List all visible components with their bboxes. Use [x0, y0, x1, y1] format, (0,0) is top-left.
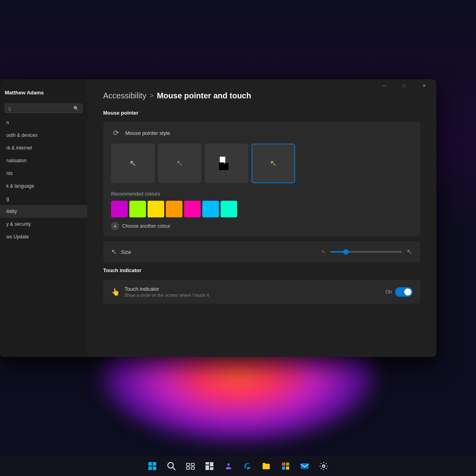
taskbar-start-button[interactable] [144, 458, 160, 474]
search-icon: 🔍 [73, 106, 79, 111]
sidebar-item-windows-update[interactable]: ws Update [0, 230, 87, 243]
sidebar-item-accessibility[interactable]: ibility [0, 205, 87, 218]
settings-window: Matthew Adams 🔍 n ooth & devices rk & in… [0, 79, 436, 357]
taskbar-edge-button[interactable] [240, 458, 255, 474]
swatch-magenta[interactable] [111, 201, 128, 217]
svg-rect-2 [148, 466, 152, 470]
sidebar-item-accounts[interactable]: nts [0, 167, 87, 180]
file-explorer-icon [262, 461, 271, 471]
sidebar-item-gaming[interactable]: g [0, 192, 87, 205]
taskbar-search-icon [167, 461, 176, 471]
widgets-icon [205, 461, 214, 471]
pointer-option-white[interactable]: ↖ [111, 144, 155, 183]
svg-rect-6 [186, 463, 190, 466]
svg-rect-17 [282, 466, 285, 470]
main-content: Accessibility > Mouse pointer and touch … [87, 79, 436, 357]
breadcrumb-parent[interactable]: Accessibility [103, 91, 146, 100]
search-input[interactable] [8, 106, 73, 111]
sidebar: Matthew Adams 🔍 n ooth & devices rk & in… [0, 79, 87, 357]
taskbar-taskview-button[interactable] [182, 458, 198, 474]
pointer-style-options: ↖ ↖ ↖ ↖ [111, 144, 413, 183]
touch-indicator-title: Touch indicator [125, 286, 381, 292]
settings-taskbar-icon [319, 461, 328, 471]
swatch-orange[interactable] [166, 201, 182, 217]
close-button[interactable]: ✕ [415, 79, 433, 92]
sidebar-item-bluetooth[interactable]: ooth & devices [0, 129, 87, 142]
choose-color-label: Choose another colour [122, 223, 170, 229]
svg-rect-7 [191, 463, 194, 466]
mouse-pointer-section-title: Mouse pointer [103, 110, 420, 117]
svg-line-5 [173, 468, 176, 470]
swatch-hotpink[interactable] [184, 201, 201, 217]
breadcrumb: Accessibility > Mouse pointer and touch [103, 91, 420, 100]
minimize-button[interactable]: ─ [375, 79, 393, 92]
taskbar-mail-button[interactable] [297, 458, 313, 474]
svg-rect-18 [286, 466, 289, 470]
touch-text: Touch indicator Show a circle on the scr… [125, 286, 381, 298]
custom-cursor-icon: ↖ [270, 159, 277, 168]
size-small-icon: ↖ [322, 249, 326, 255]
inverted-preview: ↖ [217, 154, 236, 173]
sidebar-item-network[interactable]: rk & internet [0, 142, 87, 154]
pointer-option-dark[interactable]: ↖ [158, 144, 202, 183]
svg-rect-3 [153, 466, 156, 470]
svg-rect-9 [191, 467, 194, 469]
user-profile[interactable]: Matthew Adams [0, 83, 87, 102]
swatch-yellow[interactable] [148, 201, 164, 217]
svg-rect-16 [286, 463, 289, 466]
swatch-turquoise[interactable] [221, 201, 237, 217]
choose-another-color[interactable]: + Choose another colour [111, 222, 413, 230]
start-icon [148, 461, 157, 471]
size-text: Size [121, 249, 131, 255]
size-slider-thumb[interactable] [343, 249, 349, 255]
touch-indicator-card: 👆 Touch indicator Show a circle on the s… [103, 280, 420, 304]
pointer-option-inverted[interactable]: ↖ [205, 144, 248, 183]
size-slider-fill [330, 251, 345, 253]
color-swatches [111, 201, 413, 217]
taskbar [0, 456, 476, 476]
window-titlebar: ─ □ ✕ [375, 79, 436, 92]
touch-toggle[interactable] [395, 287, 413, 297]
touch-toggle-container: On [386, 287, 413, 297]
svg-rect-15 [282, 463, 285, 466]
sidebar-item-time[interactable]: k & language [0, 180, 87, 192]
dark-cursor-icon: ↖ [176, 159, 183, 168]
svg-rect-11 [210, 462, 213, 466]
sidebar-item-personalisation[interactable]: nalisation [0, 154, 87, 167]
size-row: ↖ Size ↖ ↖ [111, 248, 413, 256]
size-cursor-icon: ↖ [111, 248, 117, 256]
size-slider-track[interactable] [330, 251, 402, 253]
swatch-lime[interactable] [129, 201, 146, 217]
search-box[interactable]: 🔍 [5, 104, 83, 113]
taskbar-explorer-button[interactable] [259, 458, 274, 474]
size-large-icon: ↖ [407, 248, 413, 256]
swatch-cyan[interactable] [202, 201, 219, 217]
pointer-style-icon: ⟳ [111, 129, 121, 137]
taskbar-search-button[interactable] [163, 458, 179, 474]
mouse-pointer-style-card: ⟳ Mouse pointer style ↖ ↖ ↖ [103, 122, 420, 236]
pointer-style-label: Mouse pointer style [125, 130, 170, 136]
plus-icon: + [111, 222, 119, 230]
svg-rect-19 [301, 463, 309, 469]
maximize-button[interactable]: □ [395, 79, 413, 92]
breadcrumb-separator: > [150, 92, 154, 100]
teams-icon [224, 461, 233, 471]
white-cursor-icon: ↖ [129, 159, 136, 168]
pointer-option-custom[interactable]: ↖ [251, 144, 295, 183]
toggle-label: On [386, 289, 392, 295]
size-label: ↖ Size [111, 248, 318, 256]
svg-point-4 [168, 463, 173, 468]
svg-rect-0 [148, 462, 152, 466]
taskbar-widgets-button[interactable] [202, 458, 217, 474]
task-view-icon [186, 461, 195, 471]
touch-indicator-icon: 👆 [111, 288, 120, 296]
taskbar-store-button[interactable] [278, 458, 294, 474]
sidebar-item-privacy[interactable]: y & security [0, 218, 87, 230]
taskbar-teams-button[interactable] [221, 458, 236, 474]
touch-indicator-subtitle: Show a circle on the screen where I touc… [125, 293, 381, 298]
taskbar-settings-button[interactable] [316, 458, 332, 474]
svg-rect-1 [153, 462, 156, 466]
sidebar-item-system[interactable]: n [0, 116, 87, 129]
card-header: ⟳ Mouse pointer style [111, 129, 413, 137]
svg-rect-8 [186, 467, 190, 469]
